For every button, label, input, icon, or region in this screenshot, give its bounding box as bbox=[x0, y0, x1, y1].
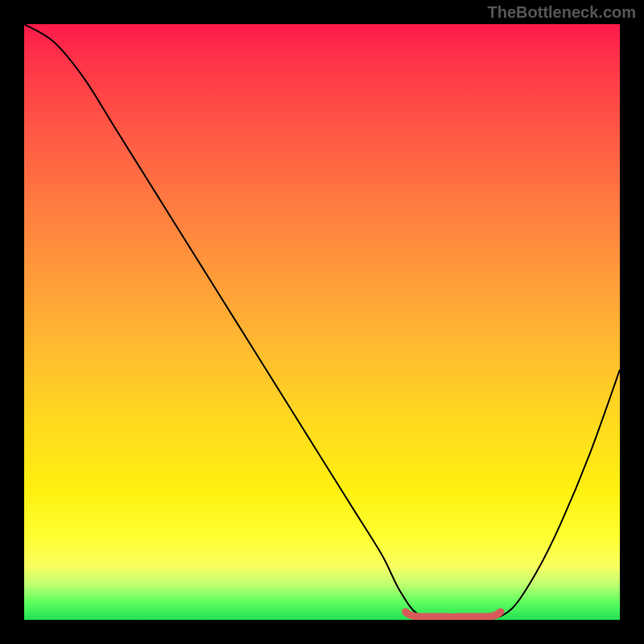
bottleneck-curve-path bbox=[24, 24, 620, 620]
watermark-text: TheBottleneck.com bbox=[488, 3, 636, 22]
plot-area bbox=[24, 24, 620, 620]
curve-svg bbox=[24, 24, 620, 620]
optimal-region-marker bbox=[406, 612, 501, 617]
